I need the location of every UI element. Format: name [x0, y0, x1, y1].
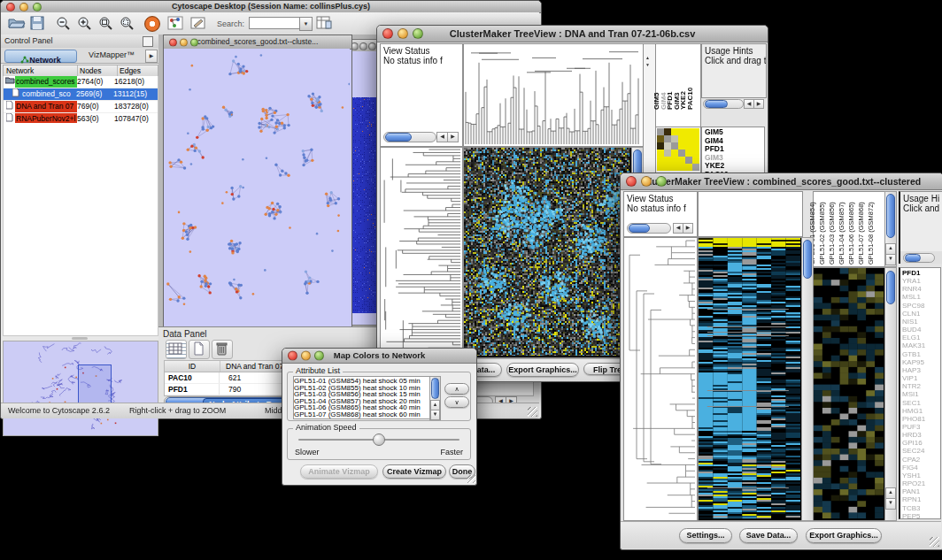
matrix-cell[interactable]	[685, 128, 692, 135]
network-table-row[interactable]: combined_sco2569(6)13112(15)	[4, 88, 158, 101]
dialog-titlebar[interactable]: Map Colors to Network	[282, 349, 476, 364]
matrix-cell[interactable]	[671, 135, 678, 142]
tv2-gene-label[interactable]: YRA1	[902, 277, 940, 285]
matrix-cell[interactable]	[678, 142, 685, 150]
move-up-button[interactable]: ∧	[444, 383, 469, 395]
tv2-usage-hscrollbar[interactable]	[899, 251, 942, 264]
col-network[interactable]: Network	[4, 65, 78, 76]
vizmap-icon[interactable]	[167, 16, 183, 30]
new-attribute-icon[interactable]	[189, 340, 210, 359]
matrix-cell[interactable]	[671, 150, 678, 157]
tv2-gene-label[interactable]: SEC24	[902, 447, 940, 455]
scroll-right-icon[interactable]: ▶	[506, 396, 517, 403]
zoom-in-icon[interactable]	[77, 16, 92, 31]
minimize-icon[interactable]	[19, 3, 28, 12]
dialog-resize-grip[interactable]	[467, 475, 475, 483]
zoom-fit-icon[interactable]	[98, 16, 113, 31]
settings-button[interactable]: Settings...	[679, 528, 732, 543]
matrix-cell[interactable]	[664, 150, 671, 157]
tv2-resize-grip[interactable]	[930, 537, 939, 547]
delete-attribute-trash-icon[interactable]	[212, 340, 233, 359]
tv2-column-dendrogram[interactable]	[698, 191, 803, 237]
matrix-cell[interactable]	[671, 142, 678, 150]
id-column-header[interactable]: ID	[165, 361, 220, 372]
matrix-cell[interactable]	[685, 157, 692, 164]
tv2-gene-list[interactable]: PFD1YRA1RNR4MSL1SPC98CLN1NIS1BUD4ELG1MAK…	[899, 267, 941, 519]
close-icon[interactable]	[626, 176, 637, 187]
attribute-browser-icon[interactable]	[316, 16, 332, 30]
annotation-icon[interactable]	[190, 16, 206, 30]
tv2-gene-label[interactable]: RPN1	[902, 495, 940, 503]
zoom-window-icon[interactable]	[33, 3, 42, 12]
tv2-row-dendrogram[interactable]	[623, 237, 698, 521]
matrix-cell[interactable]	[692, 142, 699, 150]
frame-zoom-icon[interactable]	[190, 38, 198, 46]
tv2-heatmap-vscrollbar[interactable]	[801, 237, 814, 521]
float-panel-icon[interactable]	[143, 36, 153, 47]
tv2-status-hscrollbar[interactable]	[627, 223, 671, 234]
matrix-cell[interactable]	[664, 128, 671, 135]
network-table-row[interactable]: combined_scores2764(0)16218(0)	[4, 76, 158, 88]
matrix-cell[interactable]	[664, 157, 671, 164]
matrix-cell[interactable]	[692, 135, 699, 142]
save-data-button[interactable]: Save Data...	[739, 528, 798, 543]
close-icon[interactable]	[382, 28, 393, 39]
tv2-gene-label[interactable]: BUD4	[902, 326, 940, 334]
matrix-cell[interactable]	[692, 150, 699, 157]
minimize-icon[interactable]	[398, 28, 408, 39]
tv2-gene-label[interactable]: SPC98	[902, 302, 940, 310]
save-icon[interactable]	[30, 16, 44, 30]
matrix-cell[interactable]	[664, 142, 671, 150]
matrix-cell[interactable]	[657, 164, 664, 171]
tv2-global-heatmap[interactable]	[698, 237, 803, 521]
matrix-cell[interactable]	[671, 128, 678, 135]
treeview1-titlebar[interactable]: ClusterMaker TreeView : DNA and Tran 07-…	[377, 26, 768, 42]
matrix-cell[interactable]	[678, 135, 685, 142]
tv2-gene-label[interactable]: MSL1	[902, 293, 940, 301]
tv2-gene-label[interactable]: PHO81	[902, 415, 940, 423]
open-file-icon[interactable]	[8, 16, 26, 30]
matrix-cell[interactable]	[657, 150, 664, 157]
tv2-gene-label[interactable]: RPO21	[902, 479, 940, 487]
matrix-cell[interactable]	[664, 164, 671, 171]
move-down-button[interactable]: ∨	[444, 396, 469, 408]
zoom-window-icon[interactable]	[413, 28, 423, 39]
matrix-cell[interactable]	[657, 135, 664, 142]
matrix-cell[interactable]	[685, 135, 692, 142]
tab-vizmapper[interactable]: VizMapper™	[81, 50, 143, 61]
tv2-gene-label[interactable]: SEC1	[902, 399, 940, 407]
attribute-list-vscrollbar[interactable]: ▲ ▼	[429, 376, 441, 420]
main-titlebar[interactable]: Cytoscape Desktop (Session Name: collins…	[1, 1, 541, 13]
inactive-minimize-icon[interactable]	[359, 42, 367, 50]
network-view-frame[interactable]: combined_scores_good.txt--cluste...	[163, 35, 352, 328]
search-dropdown-button[interactable]: ▼	[299, 17, 313, 31]
tv2-gene-label[interactable]: NIS1	[902, 318, 940, 326]
tv2-gene-label[interactable]: RNR4	[902, 285, 940, 293]
tv2-genes-vscrollbar[interactable]: ▲ ▼	[884, 267, 897, 521]
matrix-cell[interactable]	[678, 164, 685, 171]
matrix-cell[interactable]	[692, 128, 699, 135]
tv2-gene-label[interactable]: NTR2	[902, 382, 940, 390]
inactive-zoom-icon[interactable]	[368, 42, 376, 50]
help-lifesaver-icon[interactable]	[144, 16, 160, 32]
matrix-cell[interactable]	[657, 157, 664, 164]
tv1-mini-scroll-strip[interactable]: ▲ ▼	[643, 43, 656, 178]
network-canvas[interactable]	[164, 49, 350, 326]
tv1-usage-hscrollbar[interactable]: ◀ ▶	[701, 98, 765, 109]
search-input[interactable]	[249, 17, 300, 29]
main-resize-grip[interactable]	[528, 407, 537, 417]
table-mode-icon[interactable]	[166, 340, 187, 359]
tv2-gene-label[interactable]: ELG1	[902, 334, 940, 341]
attribute-list-item[interactable]: GPL51-07 (GSM868) heat shock 60 min	[294, 411, 430, 418]
tv2-gene-label[interactable]: HMG1	[902, 407, 940, 415]
close-icon[interactable]	[288, 351, 297, 361]
tv2-gene-label[interactable]: KAP95	[902, 358, 940, 366]
col-nodes[interactable]: Nodes	[78, 65, 118, 76]
matrix-cell[interactable]	[685, 142, 692, 150]
tv2-gene-label[interactable]: VIP1	[902, 374, 940, 382]
scroll-down-icon[interactable]: ▼	[885, 498, 896, 510]
matrix-cell[interactable]	[657, 142, 664, 150]
matrix-cell[interactable]	[678, 150, 685, 157]
create-vizmap-button[interactable]: Create Vizmap	[382, 464, 446, 479]
matrix-cell[interactable]	[692, 164, 699, 171]
